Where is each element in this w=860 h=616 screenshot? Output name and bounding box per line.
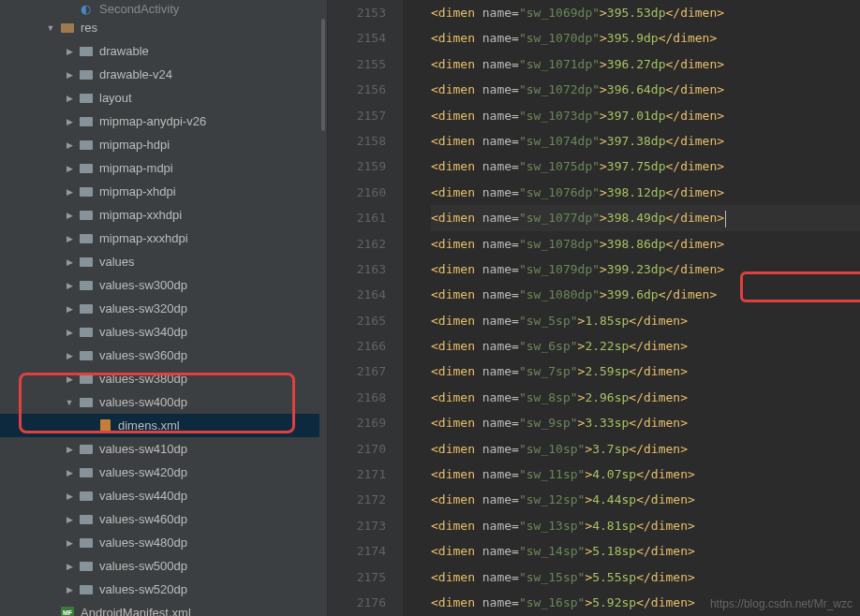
tree-item[interactable]: ▶values-sw420dp — [0, 461, 327, 484]
folder-icon — [79, 184, 94, 199]
folder-icon — [79, 535, 94, 550]
code-line[interactable]: <dimen name="sw_1075dp">397.75dp</dimen> — [431, 154, 860, 179]
folder-icon — [79, 301, 94, 316]
chevron-right-icon: ▶ — [64, 140, 75, 150]
project-tree[interactable]: SecondActivity ▼ res ▶drawable▶drawable-… — [0, 0, 328, 616]
scrollbar-thumb[interactable] — [321, 19, 325, 131]
line-number: 2160 — [328, 180, 386, 205]
chevron-right-icon: ▶ — [64, 538, 75, 548]
tree-label: mipmap-anydpi-v26 — [99, 114, 206, 128]
code-editor[interactable]: 2153215421552156215721582159216021612162… — [328, 0, 860, 616]
tree-item[interactable]: ▶values-sw360dp — [0, 344, 327, 367]
tree-item[interactable]: ▶values-sw300dp — [0, 273, 327, 297]
tree-item[interactable]: ▶values-sw340dp — [0, 320, 327, 344]
tree-item[interactable]: ▶drawable-v24 — [0, 63, 327, 86]
chevron-right-icon: ▶ — [64, 234, 75, 243]
code-line[interactable]: <dimen name="sw_11sp">4.07sp</dimen> — [431, 462, 860, 487]
folder-icon — [79, 44, 94, 59]
tree-item[interactable]: ▶drawable — [0, 39, 327, 63]
tree-label: values-sw480dp — [99, 535, 187, 550]
code-line[interactable]: <dimen name="sw_6sp">2.22sp</dimen> — [431, 333, 860, 359]
chevron-right-icon: ▶ — [64, 562, 75, 571]
scrollbar[interactable] — [319, 0, 327, 616]
tree-item-manifest[interactable]: AndroidManifest.xml — [0, 601, 327, 616]
tree-label: values-sw420dp — [99, 465, 187, 479]
code-line[interactable]: <dimen name="sw_1076dp">398.12dp</dimen> — [431, 180, 860, 205]
code-line[interactable]: <dimen name="sw_1078dp">398.86dp</dimen> — [431, 231, 860, 257]
code-line[interactable]: <dimen name="sw_10sp">3.7sp</dimen> — [431, 436, 860, 462]
tree-item-res[interactable]: ▼ res — [0, 16, 327, 39]
folder-icon — [79, 278, 94, 293]
code-line[interactable]: <dimen name="sw_1077dp">398.49dp</dimen> — [431, 205, 860, 230]
tree-label: res — [81, 21, 97, 35]
code-line[interactable]: <dimen name="sw_1069dp">395.53dp</dimen> — [431, 0, 860, 25]
code-line[interactable]: <dimen name="sw_9sp">3.33sp</dimen> — [431, 410, 860, 435]
tree-item[interactable]: ▶mipmap-mdpi — [0, 156, 327, 180]
line-number: 2173 — [328, 513, 386, 538]
folder-icon — [79, 372, 94, 387]
folder-icon — [79, 208, 94, 223]
code-content[interactable]: <dimen name="sw_1069dp">395.53dp</dimen>… — [403, 0, 860, 616]
folder-icon — [79, 161, 94, 176]
folder-icon — [79, 255, 94, 270]
code-line[interactable]: <dimen name="sw_15sp">5.55sp</dimen> — [431, 565, 860, 590]
tree-item[interactable]: ▶mipmap-xxhdpi — [0, 203, 327, 227]
tree-item[interactable]: ▶values-sw460dp — [0, 507, 327, 531]
code-line[interactable]: <dimen name="sw_1073dp">397.01dp</dimen> — [431, 103, 860, 128]
code-line[interactable]: <dimen name="sw_12sp">4.44sp</dimen> — [431, 487, 860, 512]
tree-item[interactable]: ▶mipmap-xhdpi — [0, 180, 327, 203]
tree-item[interactable]: ▶mipmap-hdpi — [0, 133, 327, 156]
code-line[interactable]: <dimen name="sw_1080dp">399.6dp</dimen> — [431, 282, 860, 307]
line-number: 2170 — [328, 436, 386, 462]
tree-item[interactable]: SecondActivity — [0, 2, 327, 16]
line-number: 2165 — [328, 308, 386, 333]
chevron-down-icon: ▼ — [64, 398, 75, 407]
code-line[interactable]: <dimen name="sw_1071dp">396.27dp</dimen> — [431, 51, 860, 77]
code-line[interactable]: <dimen name="sw_1072dp">396.64dp</dimen> — [431, 77, 860, 102]
code-line[interactable]: <dimen name="sw_1079dp">399.23dp</dimen> — [431, 257, 860, 282]
tree-item[interactable]: ▶values-sw480dp — [0, 531, 327, 554]
chevron-right-icon: ▶ — [64, 585, 75, 594]
chevron-right-icon: ▶ — [64, 351, 75, 360]
tree-label: mipmap-xxxhdpi — [99, 231, 188, 245]
tree-item[interactable]: ▶mipmap-anydpi-v26 — [0, 110, 327, 133]
code-line[interactable]: <dimen name="sw_13sp">4.81sp</dimen> — [431, 513, 860, 538]
chevron-right-icon: ▶ — [64, 164, 75, 173]
tree-label: values-sw400dp — [99, 395, 187, 409]
tree-item-dimens-xml[interactable]: dimens.xml — [0, 414, 327, 437]
code-line[interactable]: <dimen name="sw_7sp">2.59sp</dimen> — [431, 359, 860, 384]
line-number: 2159 — [328, 154, 386, 179]
tree-item[interactable]: ▶values-sw500dp — [0, 554, 327, 578]
folder-icon — [79, 489, 94, 504]
code-line[interactable]: <dimen name="sw_1070dp">395.9dp</dimen> — [431, 25, 860, 51]
tree-label: drawable-v24 — [99, 67, 172, 81]
code-line[interactable]: <dimen name="sw_8sp">2.96sp</dimen> — [431, 385, 860, 410]
tree-item[interactable]: ▶values — [0, 250, 327, 273]
folder-icon — [79, 582, 94, 597]
tree-item[interactable]: ▶layout — [0, 86, 327, 110]
tree-label: values-sw300dp — [99, 278, 187, 292]
chevron-down-icon: ▼ — [45, 23, 56, 33]
chevron-right-icon: ▶ — [64, 515, 75, 524]
line-number: 2154 — [328, 25, 386, 51]
tree-item[interactable]: ▶values-sw520dp — [0, 578, 327, 601]
folder-icon — [79, 395, 94, 410]
line-number: 2162 — [328, 231, 386, 257]
folder-icon — [79, 138, 94, 153]
chevron-right-icon: ▶ — [64, 491, 75, 501]
tree-item[interactable]: ▶values-sw440dp — [0, 484, 327, 507]
code-line[interactable]: <dimen name="sw_14sp">5.18sp</dimen> — [431, 538, 860, 564]
folder-icon — [79, 67, 94, 82]
folder-icon — [79, 512, 94, 527]
tree-item[interactable]: ▶mipmap-xxxhdpi — [0, 227, 327, 250]
chevron-right-icon: ▶ — [64, 257, 75, 267]
tree-item[interactable]: ▶values-sw320dp — [0, 297, 327, 320]
folder-icon — [79, 442, 94, 457]
folder-icon — [79, 91, 94, 106]
code-line[interactable]: <dimen name="sw_1074dp">397.38dp</dimen> — [431, 128, 860, 154]
tree-label: values-sw360dp — [99, 348, 187, 362]
tree-item[interactable]: ▶values-sw410dp — [0, 437, 327, 461]
tree-item-values-sw400dp[interactable]: ▼ values-sw400dp — [0, 390, 327, 414]
tree-item[interactable]: ▶values-sw380dp — [0, 367, 327, 390]
code-line[interactable]: <dimen name="sw_5sp">1.85sp</dimen> — [431, 308, 860, 333]
